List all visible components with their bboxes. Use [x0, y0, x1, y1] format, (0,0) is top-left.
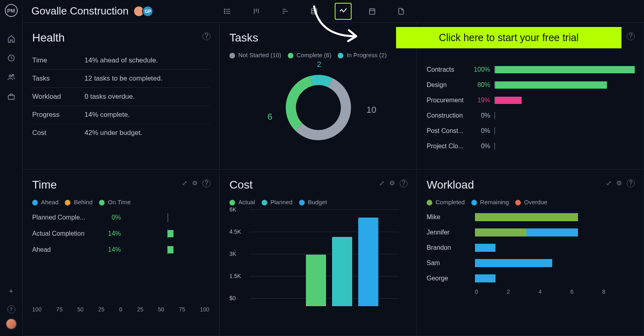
progress-bar — [494, 97, 634, 104]
expand-icon[interactable]: ⤢ — [379, 179, 384, 187]
axis-tick: $0 — [229, 295, 236, 301]
workload-segment — [475, 213, 578, 221]
expand-icon[interactable]: ⤢ — [182, 179, 187, 187]
axis-tick: 3K — [229, 251, 236, 257]
clock-icon[interactable] — [6, 53, 16, 63]
workload-row: George — [427, 271, 634, 286]
app-logo[interactable]: PM — [5, 4, 18, 17]
health-value: 42% under budget. — [85, 129, 142, 137]
panel-title: Health — [32, 31, 210, 44]
gantt-view-icon[interactable] — [277, 3, 294, 20]
legend-item: Remaining — [471, 199, 509, 205]
cost-bar — [332, 237, 352, 306]
cost-chart: 6K4.5K3K1.5K$0 — [250, 209, 407, 306]
cost-bar — [306, 255, 326, 306]
legend-item: Completed — [427, 199, 465, 205]
axis-tick: 0 — [119, 306, 122, 313]
people-icon[interactable] — [6, 73, 16, 82]
sheet-view-icon[interactable] — [306, 3, 323, 20]
progress-pct: 100% — [472, 66, 490, 73]
panel-help-icon[interactable]: ? — [627, 179, 635, 187]
axis-tick: 6 — [570, 288, 602, 295]
progress-row: Post Const... 0% — [427, 123, 634, 139]
legend-item: Ahead — [32, 199, 58, 205]
list-view-icon[interactable] — [219, 3, 236, 20]
legend-item: On Time — [99, 199, 131, 205]
axis-tick: 8 — [602, 288, 634, 295]
legend-item: Budget — [299, 199, 327, 205]
axis-tick: 100 — [32, 306, 41, 313]
briefcase-icon[interactable] — [6, 92, 16, 102]
home-icon[interactable] — [6, 34, 16, 44]
panel-help-icon[interactable]: ? — [400, 179, 408, 187]
progress-label: Project Clo... — [427, 143, 472, 150]
time-row: Ahead 14% — [32, 242, 210, 258]
legend-item: Planned — [262, 199, 293, 205]
axis-tick: 25 — [137, 306, 143, 313]
workload-legend: CompletedRemainingOverdue — [427, 199, 634, 205]
svg-point-2 — [12, 75, 14, 76]
cost-legend: ActualPlannedBudget — [229, 199, 407, 205]
calendar-view-icon[interactable] — [364, 3, 381, 20]
time-label: Ahead — [32, 246, 98, 253]
gear-icon[interactable]: ⚙ — [192, 179, 198, 187]
health-value: 0 tasks overdue. — [85, 93, 135, 101]
cost-panel: Cost ⤢ ⚙ ? ActualPlannedBudget 6K4.5K3K1… — [220, 170, 417, 336]
time-pct: 14% — [98, 230, 121, 237]
left-sidebar: PM + ? — [0, 0, 23, 336]
panel-help-icon[interactable]: ? — [202, 32, 211, 40]
topbar: Govalle Construction GP — [23, 0, 644, 23]
panel-title: Tasks — [229, 31, 407, 44]
time-label: Actual Completion — [32, 230, 98, 237]
file-view-icon[interactable] — [393, 3, 410, 20]
progress-pct: 19% — [472, 97, 490, 104]
add-icon[interactable]: + — [9, 287, 13, 296]
progress-row: Procurement 19% — [427, 93, 634, 108]
health-label: Workload — [32, 93, 85, 101]
health-row: Progress14% complete. — [32, 106, 210, 124]
time-bar — [125, 230, 210, 237]
health-label: Tasks — [32, 75, 85, 83]
axis-tick: 1.5K — [229, 273, 241, 279]
progress-pct: 0% — [472, 112, 490, 119]
panel-help-icon[interactable]: ? — [627, 32, 635, 40]
panel-help-icon[interactable]: ? — [202, 179, 211, 187]
workload-bar — [475, 244, 634, 252]
health-row: Cost42% under budget. — [32, 124, 210, 142]
expand-icon[interactable]: ⤢ — [606, 179, 611, 187]
free-trial-cta[interactable]: Click here to start your free trial — [396, 27, 621, 48]
gear-icon[interactable]: ⚙ — [616, 179, 622, 187]
workload-segment — [475, 228, 526, 236]
legend-item: Not Started (10) — [229, 52, 281, 58]
team-avatars[interactable]: GP — [136, 6, 153, 17]
axis-tick: 25 — [98, 306, 105, 313]
health-label: Progress — [32, 111, 85, 119]
health-row: Tasks12 tasks to be completed. — [32, 70, 210, 88]
board-view-icon[interactable] — [248, 3, 265, 20]
workload-row: Sam — [427, 255, 634, 271]
user-avatar[interactable] — [6, 318, 17, 330]
axis-tick: 4.5K — [229, 228, 241, 235]
progress-pct: 0% — [472, 127, 490, 135]
axis-tick: 6K — [229, 206, 236, 213]
svg-rect-3 — [8, 95, 14, 100]
legend-item: In Progress (2) — [338, 52, 386, 58]
panel-title: Workload — [427, 178, 634, 191]
workload-segment — [475, 259, 552, 267]
time-pct: 0% — [98, 214, 121, 221]
dashboard-view-icon[interactable] — [335, 3, 352, 20]
health-row: Workload0 tasks overdue. — [32, 88, 210, 106]
progress-label: Design — [427, 81, 472, 89]
tasks-legend: Not Started (10)Complete (6)In Progress … — [229, 52, 407, 58]
progress-label: Contracts — [427, 66, 472, 73]
svg-point-1 — [9, 75, 11, 77]
avatar-2[interactable]: GP — [142, 6, 153, 17]
legend-item: Actual — [229, 199, 255, 205]
dashboard-grid: Health ? Time14% ahead of schedule.Tasks… — [23, 23, 644, 336]
gear-icon[interactable]: ⚙ — [389, 179, 395, 187]
help-icon[interactable]: ? — [7, 305, 15, 313]
workload-label: Jennifer — [427, 229, 475, 236]
workload-bar — [475, 274, 634, 282]
axis-tick: 100 — [200, 306, 209, 313]
health-value: 12 tasks to be completed. — [85, 75, 163, 83]
